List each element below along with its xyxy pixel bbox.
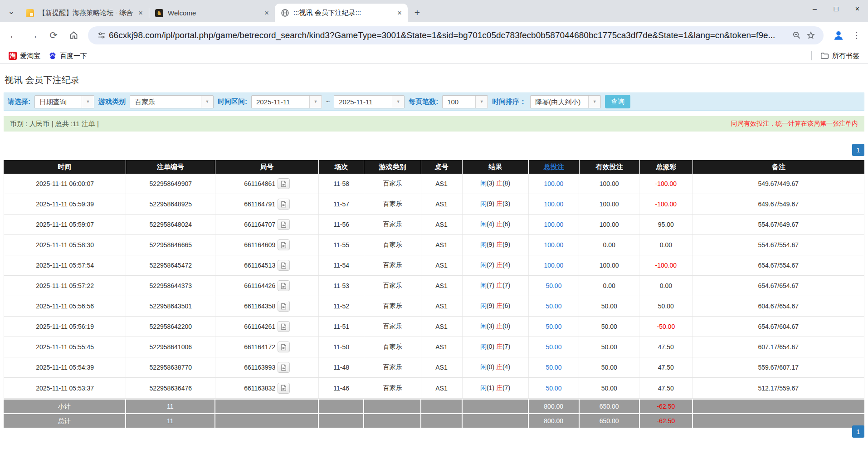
video-replay-button[interactable] bbox=[278, 219, 290, 230]
cell-remark: 654.67/554.67 bbox=[693, 255, 864, 275]
cell-valid-bet: 50.00 bbox=[579, 378, 639, 398]
cell-result: 闲(9) 庄(3) bbox=[463, 194, 529, 214]
three-dots-icon: ⋮ bbox=[853, 30, 861, 40]
cell-total-bet[interactable]: 50.00 bbox=[529, 317, 580, 337]
video-replay-button[interactable] bbox=[278, 199, 290, 210]
round-id-text: 661164358 bbox=[244, 303, 275, 310]
cell-total-bet[interactable]: 100.00 bbox=[529, 215, 580, 234]
date-from-select[interactable]: 2025-11-11 ▼ bbox=[251, 95, 322, 108]
query-type-select[interactable]: 日期查询 ▼ bbox=[34, 95, 94, 108]
cell-remark: 549.67/449.67 bbox=[693, 174, 864, 194]
sort-select[interactable]: 降幂(由大到小) ▼ bbox=[530, 95, 601, 108]
cell-round-id: 661164707 bbox=[215, 215, 319, 234]
subtotal-row: 小计 11 800.00 650.00 -62.50 bbox=[4, 400, 864, 413]
pagination-bottom: 1 bbox=[852, 425, 864, 438]
banker-result: 庄 bbox=[496, 282, 502, 289]
total-valid-bet: 650.00 bbox=[580, 414, 640, 428]
tab-betrecord-active[interactable]: :::视讯 会员下注纪录::: × bbox=[275, 4, 408, 22]
video-replay-button[interactable] bbox=[278, 239, 290, 250]
cell-session: 11-53 bbox=[319, 276, 364, 296]
cell-total-bet[interactable]: 50.00 bbox=[529, 337, 580, 357]
cell-total-bet[interactable]: 50.00 bbox=[529, 276, 580, 296]
cell-total-bet[interactable]: 50.00 bbox=[529, 296, 580, 316]
date-to-select[interactable]: 2025-11-11 ▼ bbox=[334, 95, 405, 108]
bookmark-baidu[interactable]: 百度一下 bbox=[44, 49, 91, 62]
forward-button[interactable]: → bbox=[24, 26, 43, 44]
cell-round-id: 661163832 bbox=[215, 378, 319, 398]
tab-search-button[interactable]: ⌄ bbox=[4, 4, 19, 19]
video-replay-button[interactable] bbox=[278, 260, 290, 271]
dropdown-arrow-icon: ▼ bbox=[392, 96, 404, 108]
back-button[interactable]: ← bbox=[5, 26, 23, 44]
site-settings-icon[interactable] bbox=[94, 28, 109, 43]
page-number-button[interactable]: 1 bbox=[852, 144, 864, 156]
cell-valid-bet: 50.00 bbox=[579, 357, 639, 377]
bookmark-taobao[interactable]: 淘 爱淘宝 bbox=[5, 49, 44, 62]
address-bar[interactable]: 66cxkj98.com/ipl/portal.php/game/betreco… bbox=[88, 26, 824, 44]
cell-session: 11-54 bbox=[319, 255, 364, 275]
cell-time: 2025-11-11 05:57:22 bbox=[4, 276, 126, 296]
reload-icon: ⟳ bbox=[49, 30, 58, 41]
bookmarks-divider bbox=[811, 51, 812, 60]
tab-welcome[interactable]: ♞ Welcome × bbox=[149, 4, 275, 22]
home-button[interactable] bbox=[64, 26, 83, 44]
bookmarks-bar: 淘 爱淘宝 百度一下 所有书签 bbox=[0, 48, 868, 64]
video-replay-button[interactable] bbox=[278, 362, 290, 373]
page-number-button[interactable]: 1 bbox=[852, 425, 864, 438]
cell-round-id: 661164513 bbox=[215, 255, 319, 275]
cell-bet-id: 522958645472 bbox=[126, 255, 215, 275]
cell-bet-id: 522958636476 bbox=[126, 378, 215, 398]
cell-total-bet[interactable]: 50.00 bbox=[529, 378, 580, 398]
query-type-value: 日期查询 bbox=[35, 96, 82, 108]
header-valid-bet: 有效投注 bbox=[580, 160, 640, 174]
taobao-icon: 淘 bbox=[9, 52, 17, 60]
game-type-select[interactable]: 百家乐 ▼ bbox=[130, 95, 214, 108]
cell-remark: 604.67/654.67 bbox=[693, 296, 864, 316]
cell-total-bet[interactable]: 100.00 bbox=[529, 194, 580, 214]
reload-button[interactable]: ⟳ bbox=[44, 26, 63, 44]
cell-valid-bet: 100.00 bbox=[579, 215, 639, 234]
cell-total-bet[interactable]: 100.00 bbox=[529, 174, 580, 194]
new-tab-button[interactable]: + bbox=[410, 6, 424, 20]
video-replay-button[interactable] bbox=[278, 383, 290, 394]
page-size-label: 每页笔数: bbox=[409, 98, 438, 106]
maximize-button[interactable]: □ bbox=[825, 5, 847, 13]
cell-result: 闲(3) 庄(0) bbox=[463, 317, 529, 337]
window-close-button[interactable]: × bbox=[847, 5, 868, 13]
video-replay-button[interactable] bbox=[278, 280, 290, 291]
zoom-level-icon[interactable] bbox=[789, 28, 804, 43]
video-replay-button[interactable] bbox=[278, 301, 290, 312]
profile-avatar[interactable] bbox=[829, 26, 848, 45]
cell-total-bet[interactable]: 50.00 bbox=[529, 357, 580, 377]
tab-close-icon[interactable]: × bbox=[396, 9, 403, 18]
cell-game-type: 百家乐 bbox=[364, 357, 421, 377]
dropdown-arrow-icon: ▼ bbox=[309, 96, 322, 108]
tab-close-icon[interactable]: × bbox=[137, 9, 144, 18]
browser-menu-button[interactable]: ⋮ bbox=[850, 26, 863, 44]
video-replay-button[interactable] bbox=[278, 178, 290, 189]
cell-round-id: 661164358 bbox=[215, 296, 319, 316]
round-id-text: 661164172 bbox=[244, 343, 275, 351]
minimize-button[interactable]: – bbox=[804, 5, 825, 13]
cell-payout: -100.00 bbox=[639, 255, 693, 275]
search-button[interactable]: 查询 bbox=[605, 95, 630, 108]
tab-forum[interactable]: 【新提醒】海燕策略论坛 - 综合 × bbox=[20, 4, 149, 22]
bookmark-star-icon[interactable] bbox=[804, 28, 818, 43]
page-size-select[interactable]: 100 ▼ bbox=[442, 95, 488, 108]
all-bookmarks-label: 所有书签 bbox=[832, 52, 859, 60]
all-bookmarks-button[interactable]: 所有书签 bbox=[816, 49, 863, 62]
banker-result: 庄 bbox=[496, 363, 502, 371]
tab-close-icon[interactable]: × bbox=[263, 9, 270, 18]
cell-total-bet[interactable]: 100.00 bbox=[529, 235, 580, 255]
video-replay-button[interactable] bbox=[278, 321, 290, 332]
player-result: 闲 bbox=[480, 220, 487, 228]
cell-total-bet[interactable]: 100.00 bbox=[529, 255, 580, 275]
sort-value: 降幂(由大到小) bbox=[531, 96, 588, 108]
round-id-text: 661163832 bbox=[244, 385, 275, 392]
video-replay-button[interactable] bbox=[278, 342, 290, 352]
cell-table-id: AS1 bbox=[421, 215, 463, 234]
url-text[interactable]: 66cxkj98.com/ipl/portal.php/game/betreco… bbox=[109, 30, 789, 40]
header-round-id: 局号 bbox=[215, 160, 319, 174]
cell-valid-bet: 100.00 bbox=[579, 194, 639, 214]
table-row: 2025-11-11 05:55:45 522958641006 6611641… bbox=[4, 337, 864, 357]
